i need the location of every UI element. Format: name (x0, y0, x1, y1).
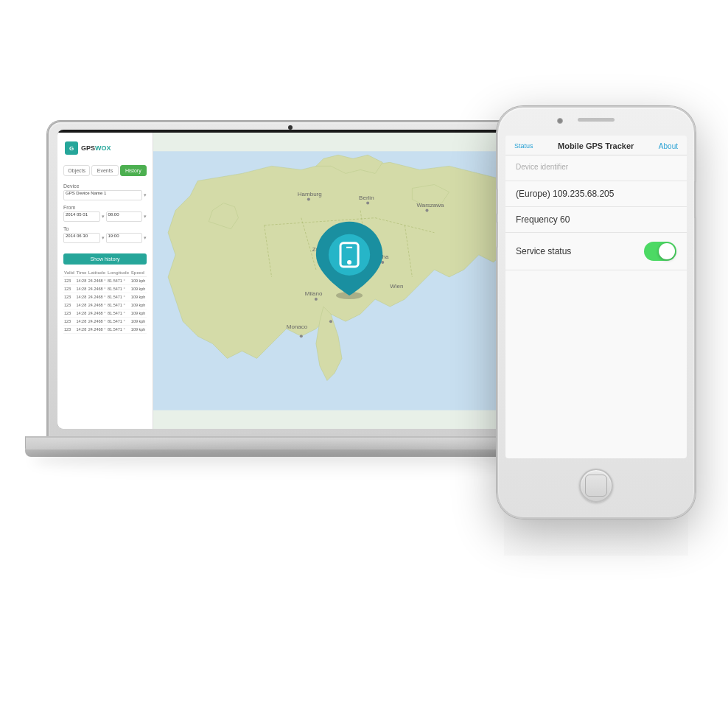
device-form-group: Device GPS Device Name 1 ▾ (63, 183, 147, 200)
table-row: 12314:2824.2468 °81.5471 °109 kph (63, 293, 147, 301)
phone-content: Device identifier (Europe) 109.235.68.20… (505, 155, 687, 458)
from-date-arrow-icon: ▾ (102, 214, 105, 220)
svg-text:Hamburg: Hamburg (298, 191, 322, 197)
tab-events[interactable]: Events (91, 165, 118, 176)
svg-point-8 (366, 202, 369, 205)
table-cell-4-3: 81.5471 ° (107, 309, 130, 318)
svg-point-9 (425, 209, 428, 212)
app-ui: G GPSWOX Objects Events History (57, 133, 523, 429)
device-label: Device (63, 183, 147, 189)
table-cell-3-4: 109 kph (130, 301, 147, 309)
phone-home-button[interactable] (579, 469, 613, 503)
col-longitude: Longitude (107, 269, 130, 277)
from-time-input[interactable]: 08:00 (106, 211, 143, 222)
phone-camera-icon (557, 118, 563, 124)
phone-power-button[interactable] (694, 181, 696, 218)
to-label: To (63, 226, 147, 231)
from-date-input[interactable]: 2014 05 01 (63, 211, 100, 222)
phone-ip-row: (Europe) 109.235.68.205 (505, 181, 687, 207)
map-area: Hamburg Berlin Warszawa Zürich München P… (153, 133, 523, 429)
phone-title: Mobile GPS Tracker (558, 141, 634, 150)
phone-service-status-label: Service status (516, 246, 571, 256)
tab-buttons: Objects Events History (63, 165, 147, 176)
show-history-button[interactable]: Show history (63, 253, 147, 265)
phone: Status Mobile GPS Tracker About Device i… (497, 106, 696, 519)
table-cell-3-1: 14:28 (75, 301, 87, 309)
phone-speaker-icon (578, 118, 615, 122)
svg-point-26 (329, 234, 370, 276)
phone-screen: Status Mobile GPS Tracker About Device i… (505, 136, 687, 458)
table-cell-0-1: 14:28 (75, 277, 87, 285)
logo-accent: WOX (95, 144, 111, 152)
phone-service-status-row: Service status (505, 233, 687, 270)
svg-text:Monaco: Monaco (287, 323, 308, 330)
table-cell-2-3: 81.5471 ° (107, 293, 130, 301)
table-cell-1-0: 123 (63, 285, 75, 293)
table-cell-5-2: 24.2468 ° (88, 318, 107, 326)
phone-volume-down-button[interactable] (496, 222, 498, 248)
svg-text:Wien: Wien (390, 283, 403, 290)
svg-text:Warszawa: Warszawa (416, 202, 444, 209)
table-cell-5-4: 109 kph (130, 318, 147, 326)
table-cell-4-1: 14:28 (75, 309, 87, 318)
phone-about-button[interactable]: About (659, 142, 678, 150)
to-date-arrow-icon: ▾ (102, 235, 105, 241)
to-row: 2014 06 30 ▾ 19:00 ▾ (63, 233, 147, 243)
svg-point-7 (307, 198, 310, 201)
tab-history[interactable]: History (120, 165, 147, 176)
table-cell-1-3: 81.5471 ° (107, 285, 130, 293)
phone-device-identifier-row: Device identifier (505, 155, 687, 181)
logo-text: GPSWOX (81, 144, 111, 152)
svg-point-14 (329, 320, 332, 323)
table-cell-4-2: 24.2468 ° (88, 309, 107, 318)
data-table: Valid Time Latitude Longitude Speed 1231… (63, 269, 147, 334)
phone-ip-value: (Europe) 109.235.68.205 (516, 189, 676, 199)
table-cell-2-0: 123 (63, 293, 75, 301)
laptop-shadow (32, 445, 563, 475)
table-row: 12314:2824.2468 °81.5471 °109 kph (63, 285, 147, 293)
table-cell-6-2: 24.2468 ° (88, 326, 107, 334)
table-cell-2-1: 14:28 (75, 293, 87, 301)
phone-nav-bar: Status Mobile GPS Tracker About (505, 136, 687, 155)
logo-area: G GPSWOX (63, 139, 147, 158)
phone-body: Status Mobile GPS Tracker About Device i… (497, 106, 696, 519)
from-row: 2014 05 01 ▾ 08:00 ▾ (63, 211, 147, 222)
device-row: GPS Device Name 1 ▾ (63, 190, 147, 200)
map-svg: Hamburg Berlin Warszawa Zürich München P… (153, 133, 523, 429)
from-time-arrow-icon: ▾ (144, 214, 147, 220)
phone-status-button[interactable]: Status (514, 142, 533, 150)
to-date-input[interactable]: 2014 06 30 (63, 233, 100, 243)
table-cell-0-4: 109 kph (130, 277, 147, 285)
table-cell-3-0: 123 (63, 301, 75, 309)
table-cell-2-4: 109 kph (130, 293, 147, 301)
toggle-knob (659, 243, 675, 259)
logo-icon-text: G (69, 145, 74, 152)
to-form-group: To 2014 06 30 ▾ 19:00 ▾ (63, 226, 147, 243)
table-cell-1-4: 109 kph (130, 285, 147, 293)
table-cell-5-1: 14:28 (75, 318, 87, 326)
logo-icon: G (65, 141, 78, 155)
table-cell-6-3: 81.5471 ° (107, 326, 130, 334)
to-time-arrow-icon: ▾ (144, 235, 147, 241)
svg-point-13 (315, 298, 318, 301)
phone-volume-up-button[interactable] (496, 189, 498, 214)
to-time-input[interactable]: 19:00 (106, 233, 143, 243)
laptop-body: G GPSWOX Objects Events History (47, 121, 533, 438)
phone-frequency-value: Frequency 60 (516, 214, 676, 225)
table-row: 12314:2824.2468 °81.5471 °109 kph (63, 309, 147, 318)
table-row: 12314:2824.2468 °81.5471 °109 kph (63, 301, 147, 309)
device-input[interactable]: GPS Device Name 1 (63, 190, 142, 200)
phone-home-inner-icon (585, 475, 607, 497)
tab-objects[interactable]: Objects (63, 165, 90, 176)
table-cell-3-3: 81.5471 ° (107, 301, 130, 309)
table-cell-0-0: 123 (63, 277, 75, 285)
table-cell-0-3: 81.5471 ° (107, 277, 130, 285)
service-status-toggle[interactable] (644, 242, 676, 261)
table-row: 12314:2824.2468 °81.5471 °109 kph (63, 277, 147, 285)
svg-text:Berlin: Berlin (359, 195, 374, 201)
table-header-row: Valid Time Latitude Longitude Speed (63, 269, 147, 277)
laptop-screen: G GPSWOX Objects Events History (57, 133, 523, 429)
from-label: From (63, 205, 147, 210)
table-cell-1-1: 14:28 (75, 285, 87, 293)
from-form-group: From 2014 05 01 ▾ 08:00 ▾ (63, 205, 147, 222)
